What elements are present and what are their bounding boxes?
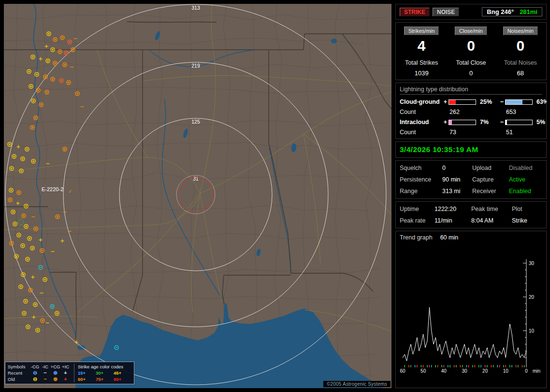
station-label: E-2220-2 xyxy=(42,186,63,192)
total-noises-value: 68 xyxy=(496,70,545,77)
range-label: Range xyxy=(400,188,442,195)
cloud-ground-label: Cloud-ground xyxy=(400,98,442,105)
old-pcg-icon: ⊕ xyxy=(50,376,60,382)
squelch-value: 0 xyxy=(442,165,472,171)
station-marker-icon: ✓ xyxy=(68,189,72,194)
range-value: 313 mi xyxy=(442,188,472,195)
lightning-distribution: Lightning type distribution Cloud-ground… xyxy=(395,83,547,139)
total-close-label: Total Close xyxy=(446,59,495,66)
ic-plus-pct: 7% xyxy=(478,119,499,126)
cg-minus-pct: 63% xyxy=(534,98,547,105)
trend-graph: 1020306050403020100min xyxy=(400,243,542,380)
lightning-map[interactable]: 31321912531 E-2220-2 ✓ Symbols -CG -IC +… xyxy=(4,4,391,388)
trend-graph-label: Trend graph xyxy=(400,234,433,241)
legend-col-ncg: -CG xyxy=(30,364,40,370)
squelch-label: Squelch xyxy=(400,165,442,171)
ring-label: 219 xyxy=(191,63,200,69)
intracloud-label: Intracloud xyxy=(400,119,442,126)
capture-value: Active xyxy=(509,176,542,183)
peak-time-value: 8:04 AM xyxy=(471,217,512,224)
svg-text:20: 20 xyxy=(482,368,488,374)
ic-minus-count: 51 xyxy=(505,129,534,136)
mode-controls: STRIKE NOISE Bng 246° 281mi xyxy=(395,4,547,20)
svg-text:40: 40 xyxy=(441,368,447,374)
close-per-min-button[interactable]: Close/min xyxy=(455,27,487,35)
bearing-distance: 281mi xyxy=(520,8,537,15)
peak-rate-label: Peak rate xyxy=(400,217,434,224)
rate-stats: Strikes/min 4 Total Strikes 1039 Close/m… xyxy=(395,22,547,80)
old-pic-icon: + xyxy=(60,376,71,382)
cg-count-label: Count xyxy=(400,109,442,115)
receiver-label: Receiver xyxy=(472,188,509,195)
svg-text:0: 0 xyxy=(525,368,528,374)
noises-per-min-value: 0 xyxy=(496,38,545,54)
uptime-label: Uptime xyxy=(400,206,434,212)
noises-per-min-button[interactable]: Noises/min xyxy=(503,27,538,35)
svg-text:60: 60 xyxy=(400,368,405,374)
map-legend: Symbols -CG -IC +CG +IC Recent ⊖ − ⊕ + O… xyxy=(5,362,134,384)
cg-plus-bar xyxy=(449,99,476,105)
old-nic-icon: − xyxy=(40,376,50,382)
svg-text:10: 10 xyxy=(529,328,535,334)
close-column: Close/min 0 Total Close 0 xyxy=(446,27,495,77)
datetime-display: 3/4/2026 10:35:19 AM xyxy=(395,141,547,158)
upload-value: Disabled xyxy=(509,165,542,171)
plus-sign: + xyxy=(442,119,449,126)
plot-label: Plot xyxy=(512,206,542,212)
age-45: 45+ xyxy=(114,370,131,376)
strikes-per-min-button[interactable]: Strikes/min xyxy=(404,27,439,35)
status-panel: STRIKE NOISE Bng 246° 281mi Strikes/min … xyxy=(395,4,547,388)
legend-age-title: Strike age color codes xyxy=(78,364,131,370)
trend-section: Trend graph 60 min 1020306050403020100mi… xyxy=(395,231,547,388)
svg-text:30: 30 xyxy=(529,261,535,266)
trend-window-value: 60 min xyxy=(440,234,459,241)
svg-text:30: 30 xyxy=(462,368,467,374)
cg-plus-count: 262 xyxy=(449,109,478,115)
uptime-section: Uptime 1222:20 Peak time Plot Peak rate … xyxy=(395,201,547,228)
svg-text:20: 20 xyxy=(529,294,535,300)
ring-label: 31 xyxy=(193,176,199,182)
total-strikes-label: Total Strikes xyxy=(397,59,446,66)
peak-time-label: Peak time xyxy=(471,206,512,212)
ring-label: 125 xyxy=(191,119,200,125)
legend-col-pcg: +CG xyxy=(50,364,60,370)
legend-row-recent: Recent xyxy=(8,370,30,376)
receiver-status: Squelch 0 Upload Disabled Persistence 90… xyxy=(395,160,547,199)
uptime-value: 1222:20 xyxy=(434,206,471,212)
age-75: 75+ xyxy=(96,376,114,382)
age-30: 30+ xyxy=(96,370,114,376)
distribution-title: Lightning type distribution xyxy=(400,86,542,95)
minus-sign: − xyxy=(499,119,505,126)
strike-button[interactable]: STRIKE xyxy=(400,8,430,16)
old-ncg-icon: ⊖ xyxy=(30,376,40,382)
legend-col-pic: +IC xyxy=(60,364,71,370)
noises-column: Noises/min 0 Total Noises 68 xyxy=(496,27,545,77)
ic-minus-bar xyxy=(505,120,533,125)
noise-button[interactable]: NOISE xyxy=(433,8,459,16)
legend-row-old: Old xyxy=(8,376,30,382)
legend-col-nic: -IC xyxy=(40,364,50,370)
recent-ncg-icon: ⊖ xyxy=(30,370,40,376)
recent-nic-icon: − xyxy=(40,370,50,376)
upload-label: Upload xyxy=(472,165,509,171)
trend-line xyxy=(403,307,526,361)
copyright: ©2005 Astrogenic Systems xyxy=(323,381,391,387)
recent-pcg-icon: ⊕ xyxy=(50,370,60,376)
minus-sign: − xyxy=(499,98,505,105)
strikes-column: Strikes/min 4 Total Strikes 1039 xyxy=(397,27,446,77)
svg-text:min: min xyxy=(533,368,540,374)
plot-value: Strike xyxy=(512,217,542,224)
persistence-label: Persistence xyxy=(400,176,442,183)
cg-minus-bar xyxy=(505,99,533,105)
persistence-value: 90 min xyxy=(442,176,472,183)
cg-plus-pct: 25% xyxy=(478,98,499,105)
legend-symbols-title: Symbols xyxy=(8,364,30,370)
ic-plus-bar xyxy=(449,120,476,125)
total-noises-label: Total Noises xyxy=(496,59,545,66)
recent-pic-icon: + xyxy=(60,370,71,376)
receiver-value: Enabled xyxy=(509,188,542,195)
ic-plus-count: 73 xyxy=(449,129,478,136)
ring-label: 313 xyxy=(191,5,200,11)
ic-count-label: Count xyxy=(400,129,442,136)
age-60: 60+ xyxy=(78,376,96,382)
